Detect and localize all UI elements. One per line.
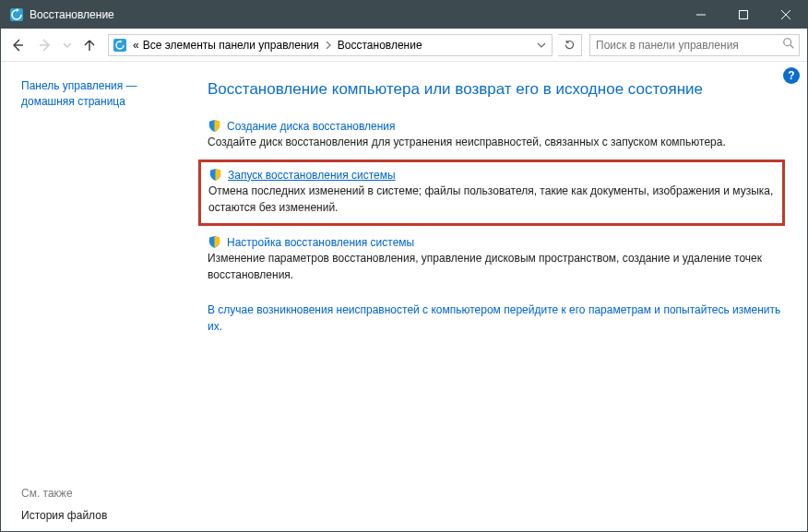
section-open-system-restore: Запуск восстановления системы Отмена пос… xyxy=(198,160,785,226)
file-history-link[interactable]: История файлов xyxy=(21,509,174,522)
breadcrumb-item[interactable]: Все элементы панели управления xyxy=(141,39,321,52)
create-recovery-drive-link[interactable]: Создание диска восстановления xyxy=(227,120,396,133)
main-panel: ? Восстановление компьютера или возврат … xyxy=(185,62,807,531)
section-configure-system-restore: Настройка восстановления системы Изменен… xyxy=(208,235,789,283)
section-description: Отмена последних изменений в системе; фа… xyxy=(208,183,775,216)
forward-button[interactable] xyxy=(32,32,58,58)
content-body: Панель управления — домашняя страница См… xyxy=(1,62,807,531)
search-icon[interactable] xyxy=(782,37,795,53)
up-button[interactable] xyxy=(77,32,102,58)
help-icon[interactable]: ? xyxy=(783,67,800,84)
back-button[interactable] xyxy=(5,32,30,58)
maximize-button[interactable] xyxy=(722,1,765,29)
svg-line-9 xyxy=(790,45,794,49)
breadcrumb-item[interactable]: Восстановление xyxy=(336,39,424,52)
navbar: « Все элементы панели управления Восстан… xyxy=(1,29,807,62)
address-dropdown-button[interactable] xyxy=(533,41,550,50)
address-bar[interactable]: « Все элементы панели управления Восстан… xyxy=(108,34,553,56)
control-panel-home-link[interactable]: Панель управления — домашняя страница xyxy=(21,78,174,111)
shield-icon xyxy=(208,235,221,249)
see-also-heading: См. также xyxy=(21,487,174,500)
breadcrumb-prefix: « xyxy=(131,39,141,52)
close-button[interactable] xyxy=(765,1,807,29)
recovery-icon xyxy=(113,38,127,53)
shield-icon xyxy=(208,119,221,133)
minimize-button[interactable] xyxy=(680,1,722,29)
search-box[interactable] xyxy=(589,34,800,56)
sidebar: Панель управления — домашняя страница См… xyxy=(1,62,185,531)
app-icon xyxy=(9,7,24,22)
page-title: Восстановление компьютера или возврат ег… xyxy=(208,80,789,99)
advanced-recovery-link[interactable]: В случае возникновения неисправностей с … xyxy=(208,301,789,335)
svg-point-8 xyxy=(784,39,791,46)
open-system-restore-link[interactable]: Запуск восстановления системы xyxy=(228,169,396,182)
titlebar: Восстановление xyxy=(1,1,807,29)
svg-rect-2 xyxy=(740,11,748,19)
section-description: Изменение параметров восстановления, упр… xyxy=(208,251,789,283)
window: Восстановление xyxy=(0,0,808,532)
configure-system-restore-link[interactable]: Настройка восстановления системы xyxy=(227,236,414,249)
shield-icon xyxy=(208,168,222,182)
refresh-button[interactable] xyxy=(558,34,582,56)
recent-locations-button[interactable] xyxy=(60,32,75,58)
chevron-right-icon[interactable] xyxy=(321,39,336,52)
search-input[interactable] xyxy=(594,38,782,53)
window-title: Восстановление xyxy=(30,8,114,21)
section-create-recovery-drive: Создание диска восстановления Создайте д… xyxy=(208,119,789,150)
section-description: Создайте диск восстановления для устране… xyxy=(208,135,789,150)
